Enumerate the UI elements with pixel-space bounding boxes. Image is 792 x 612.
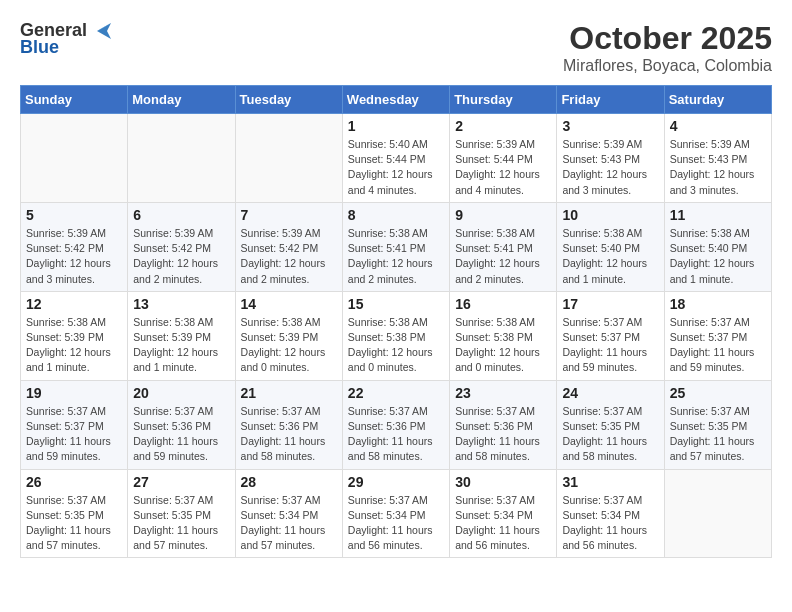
day-number: 22 <box>348 385 444 401</box>
day-info: Sunrise: 5:37 AM Sunset: 5:35 PM Dayligh… <box>133 493 229 554</box>
day-info: Sunrise: 5:37 AM Sunset: 5:35 PM Dayligh… <box>670 404 766 465</box>
day-info: Sunrise: 5:37 AM Sunset: 5:37 PM Dayligh… <box>670 315 766 376</box>
calendar-cell: 28Sunrise: 5:37 AM Sunset: 5:34 PM Dayli… <box>235 469 342 558</box>
day-info: Sunrise: 5:38 AM Sunset: 5:39 PM Dayligh… <box>26 315 122 376</box>
weekday-header-thursday: Thursday <box>450 86 557 114</box>
calendar-cell: 9Sunrise: 5:38 AM Sunset: 5:41 PM Daylig… <box>450 202 557 291</box>
day-info: Sunrise: 5:39 AM Sunset: 5:43 PM Dayligh… <box>562 137 658 198</box>
calendar-week-row: 19Sunrise: 5:37 AM Sunset: 5:37 PM Dayli… <box>21 380 772 469</box>
weekday-header-row: SundayMondayTuesdayWednesdayThursdayFrid… <box>21 86 772 114</box>
day-number: 5 <box>26 207 122 223</box>
calendar-week-row: 12Sunrise: 5:38 AM Sunset: 5:39 PM Dayli… <box>21 291 772 380</box>
day-info: Sunrise: 5:38 AM Sunset: 5:40 PM Dayligh… <box>670 226 766 287</box>
calendar-cell <box>664 469 771 558</box>
calendar-cell: 19Sunrise: 5:37 AM Sunset: 5:37 PM Dayli… <box>21 380 128 469</box>
calendar-cell: 2Sunrise: 5:39 AM Sunset: 5:44 PM Daylig… <box>450 114 557 203</box>
day-info: Sunrise: 5:38 AM Sunset: 5:38 PM Dayligh… <box>455 315 551 376</box>
day-number: 14 <box>241 296 337 312</box>
calendar-cell: 27Sunrise: 5:37 AM Sunset: 5:35 PM Dayli… <box>128 469 235 558</box>
day-info: Sunrise: 5:37 AM Sunset: 5:34 PM Dayligh… <box>348 493 444 554</box>
weekday-header-sunday: Sunday <box>21 86 128 114</box>
calendar-cell: 24Sunrise: 5:37 AM Sunset: 5:35 PM Dayli… <box>557 380 664 469</box>
calendar-cell: 29Sunrise: 5:37 AM Sunset: 5:34 PM Dayli… <box>342 469 449 558</box>
day-number: 20 <box>133 385 229 401</box>
calendar-cell: 21Sunrise: 5:37 AM Sunset: 5:36 PM Dayli… <box>235 380 342 469</box>
day-info: Sunrise: 5:39 AM Sunset: 5:42 PM Dayligh… <box>241 226 337 287</box>
calendar-week-row: 1Sunrise: 5:40 AM Sunset: 5:44 PM Daylig… <box>21 114 772 203</box>
title-block: October 2025 Miraflores, Boyaca, Colombi… <box>563 20 772 75</box>
calendar-cell: 4Sunrise: 5:39 AM Sunset: 5:43 PM Daylig… <box>664 114 771 203</box>
weekday-header-monday: Monday <box>128 86 235 114</box>
day-number: 23 <box>455 385 551 401</box>
page-header: General Blue October 2025 Miraflores, Bo… <box>20 20 772 75</box>
calendar-cell: 12Sunrise: 5:38 AM Sunset: 5:39 PM Dayli… <box>21 291 128 380</box>
day-number: 31 <box>562 474 658 490</box>
logo-blue-text: Blue <box>20 37 59 58</box>
day-number: 2 <box>455 118 551 134</box>
calendar-cell: 15Sunrise: 5:38 AM Sunset: 5:38 PM Dayli… <box>342 291 449 380</box>
day-number: 17 <box>562 296 658 312</box>
day-info: Sunrise: 5:37 AM Sunset: 5:35 PM Dayligh… <box>562 404 658 465</box>
calendar-cell: 14Sunrise: 5:38 AM Sunset: 5:39 PM Dayli… <box>235 291 342 380</box>
calendar-cell: 3Sunrise: 5:39 AM Sunset: 5:43 PM Daylig… <box>557 114 664 203</box>
day-number: 8 <box>348 207 444 223</box>
calendar-cell: 18Sunrise: 5:37 AM Sunset: 5:37 PM Dayli… <box>664 291 771 380</box>
day-number: 30 <box>455 474 551 490</box>
day-number: 27 <box>133 474 229 490</box>
calendar-cell: 11Sunrise: 5:38 AM Sunset: 5:40 PM Dayli… <box>664 202 771 291</box>
calendar-cell: 26Sunrise: 5:37 AM Sunset: 5:35 PM Dayli… <box>21 469 128 558</box>
day-number: 28 <box>241 474 337 490</box>
calendar-cell: 17Sunrise: 5:37 AM Sunset: 5:37 PM Dayli… <box>557 291 664 380</box>
day-info: Sunrise: 5:38 AM Sunset: 5:41 PM Dayligh… <box>348 226 444 287</box>
day-number: 19 <box>26 385 122 401</box>
day-info: Sunrise: 5:37 AM Sunset: 5:35 PM Dayligh… <box>26 493 122 554</box>
calendar-table: SundayMondayTuesdayWednesdayThursdayFrid… <box>20 85 772 558</box>
day-info: Sunrise: 5:37 AM Sunset: 5:36 PM Dayligh… <box>133 404 229 465</box>
calendar-cell: 30Sunrise: 5:37 AM Sunset: 5:34 PM Dayli… <box>450 469 557 558</box>
calendar-cell: 25Sunrise: 5:37 AM Sunset: 5:35 PM Dayli… <box>664 380 771 469</box>
weekday-header-friday: Friday <box>557 86 664 114</box>
day-number: 3 <box>562 118 658 134</box>
day-number: 12 <box>26 296 122 312</box>
day-number: 7 <box>241 207 337 223</box>
day-info: Sunrise: 5:38 AM Sunset: 5:38 PM Dayligh… <box>348 315 444 376</box>
weekday-header-saturday: Saturday <box>664 86 771 114</box>
calendar-cell: 7Sunrise: 5:39 AM Sunset: 5:42 PM Daylig… <box>235 202 342 291</box>
day-info: Sunrise: 5:37 AM Sunset: 5:37 PM Dayligh… <box>562 315 658 376</box>
day-number: 25 <box>670 385 766 401</box>
calendar-cell <box>128 114 235 203</box>
logo-bird-icon <box>89 23 111 39</box>
calendar-cell: 10Sunrise: 5:38 AM Sunset: 5:40 PM Dayli… <box>557 202 664 291</box>
day-info: Sunrise: 5:37 AM Sunset: 5:36 PM Dayligh… <box>241 404 337 465</box>
calendar-cell: 16Sunrise: 5:38 AM Sunset: 5:38 PM Dayli… <box>450 291 557 380</box>
day-info: Sunrise: 5:37 AM Sunset: 5:36 PM Dayligh… <box>348 404 444 465</box>
day-number: 13 <box>133 296 229 312</box>
day-info: Sunrise: 5:38 AM Sunset: 5:40 PM Dayligh… <box>562 226 658 287</box>
svg-marker-0 <box>97 23 111 39</box>
day-number: 29 <box>348 474 444 490</box>
month-year-title: October 2025 <box>563 20 772 57</box>
calendar-week-row: 5Sunrise: 5:39 AM Sunset: 5:42 PM Daylig… <box>21 202 772 291</box>
calendar-cell: 5Sunrise: 5:39 AM Sunset: 5:42 PM Daylig… <box>21 202 128 291</box>
day-number: 9 <box>455 207 551 223</box>
day-info: Sunrise: 5:39 AM Sunset: 5:44 PM Dayligh… <box>455 137 551 198</box>
day-info: Sunrise: 5:39 AM Sunset: 5:42 PM Dayligh… <box>133 226 229 287</box>
day-number: 21 <box>241 385 337 401</box>
day-info: Sunrise: 5:38 AM Sunset: 5:41 PM Dayligh… <box>455 226 551 287</box>
calendar-cell: 23Sunrise: 5:37 AM Sunset: 5:36 PM Dayli… <box>450 380 557 469</box>
calendar-cell: 20Sunrise: 5:37 AM Sunset: 5:36 PM Dayli… <box>128 380 235 469</box>
calendar-cell <box>21 114 128 203</box>
day-number: 1 <box>348 118 444 134</box>
day-info: Sunrise: 5:37 AM Sunset: 5:34 PM Dayligh… <box>562 493 658 554</box>
location-subtitle: Miraflores, Boyaca, Colombia <box>563 57 772 75</box>
calendar-cell: 22Sunrise: 5:37 AM Sunset: 5:36 PM Dayli… <box>342 380 449 469</box>
calendar-cell <box>235 114 342 203</box>
day-number: 11 <box>670 207 766 223</box>
day-info: Sunrise: 5:37 AM Sunset: 5:34 PM Dayligh… <box>241 493 337 554</box>
day-number: 4 <box>670 118 766 134</box>
day-info: Sunrise: 5:37 AM Sunset: 5:37 PM Dayligh… <box>26 404 122 465</box>
day-number: 24 <box>562 385 658 401</box>
day-number: 6 <box>133 207 229 223</box>
day-info: Sunrise: 5:37 AM Sunset: 5:34 PM Dayligh… <box>455 493 551 554</box>
calendar-cell: 6Sunrise: 5:39 AM Sunset: 5:42 PM Daylig… <box>128 202 235 291</box>
